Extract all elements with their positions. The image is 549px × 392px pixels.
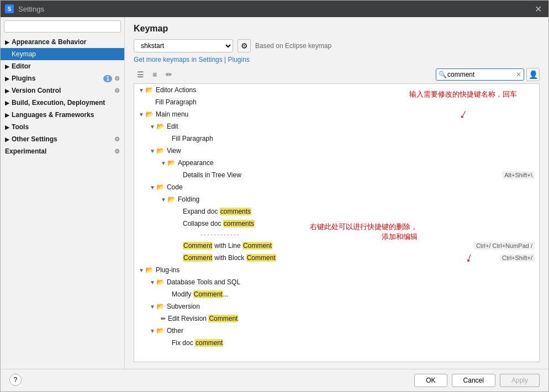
- toggle-icon[interactable]: ▼: [161, 160, 166, 166]
- main-panel: Keymap shkstart ⚙ Based on Eclipse keyma…: [125, 17, 548, 369]
- row-label: Main menu: [156, 110, 188, 118]
- toggle-icon[interactable]: ▼: [150, 148, 155, 154]
- sidebar-item-appearance[interactable]: ▶ Appearance & Behavior: [1, 36, 124, 48]
- toggle-icon[interactable]: ▼: [150, 124, 155, 130]
- folder-icon: 📂: [145, 110, 154, 118]
- toggle-icon[interactable]: ▼: [139, 112, 144, 118]
- row-label: Folding: [178, 195, 199, 203]
- plugins-settings-icon: ⚙: [114, 75, 120, 82]
- expand-icon: ▶: [5, 76, 9, 82]
- folder-icon: 📂: [156, 183, 165, 191]
- sidebar-item-label: Languages & Frameworks: [12, 111, 94, 119]
- tree-row[interactable]: ▼ 📂 Edit: [134, 120, 539, 133]
- title-bar: S Settings ✕: [1, 1, 548, 17]
- row-label: Database Tools and SQL: [167, 278, 240, 286]
- tree-row[interactable]: ▼ 📂 Appearance: [134, 157, 539, 169]
- ok-button[interactable]: OK: [414, 374, 447, 387]
- row-label: Details in Tree View: [183, 171, 241, 179]
- filter-container: 🔍 ✕: [436, 68, 524, 81]
- tree-row[interactable]: ▼ 📂 Editor Actions: [134, 84, 539, 96]
- row-label: Modify Comment...: [172, 290, 229, 298]
- collapse-all-button[interactable]: ≡: [148, 68, 161, 81]
- sidebar-items: ▶ Appearance & Behavior Keymap ▶ Editor …: [1, 36, 124, 369]
- tree-row[interactable]: Comment with Line Comment Ctrl+/ Ctrl+Nu…: [134, 240, 539, 252]
- folder-icon: 📂: [167, 159, 176, 167]
- toggle-icon[interactable]: ▼: [139, 267, 144, 273]
- folder-icon: 📂: [156, 147, 165, 155]
- keymap-selector-row: shkstart ⚙ Based on Eclipse keymap: [134, 39, 540, 52]
- sidebar-item-languages[interactable]: ▶ Languages & Frameworks: [1, 109, 124, 121]
- expand-icon: ▶: [5, 112, 9, 118]
- find-avatar-button[interactable]: 👤: [526, 68, 540, 81]
- edit-button[interactable]: ✏: [162, 68, 176, 81]
- folder-icon: 📂: [145, 86, 154, 94]
- tree-row[interactable]: Expand doc comments: [134, 205, 539, 218]
- tree-row[interactable]: ▼ 📂 View: [134, 145, 539, 157]
- experimental-icon: ⚙: [114, 148, 120, 155]
- tree-row[interactable]: Fill Paragraph: [134, 133, 539, 145]
- settings-dialog: S Settings ✕ ▶ Appearance & Behavior Key…: [0, 0, 549, 392]
- tree-row[interactable]: Fill Paragraph: [134, 96, 539, 108]
- sidebar-item-label: Tools: [12, 123, 29, 131]
- filter-input[interactable]: [436, 68, 524, 81]
- get-more-keymaps-link[interactable]: Get more keymaps in Settings | Plugins: [134, 56, 250, 63]
- row-label: Expand doc comments: [183, 208, 251, 215]
- row-label: View: [167, 147, 181, 155]
- keymap-gear-button[interactable]: ⚙: [237, 39, 251, 52]
- pencil-icon: ✏: [161, 315, 166, 322]
- sidebar-item-plugins[interactable]: ▶ Plugins 1 ⚙: [1, 72, 124, 84]
- toggle-icon[interactable]: ▼: [150, 328, 155, 334]
- keymap-tree[interactable]: ▼ 📂 Editor Actions Fill Paragraph ▼ 📂 Ma…: [134, 83, 540, 362]
- tree-row[interactable]: ▼ 📂 Other: [134, 325, 539, 337]
- sidebar-item-keymap[interactable]: Keymap: [1, 48, 124, 60]
- tree-row[interactable]: ▼ 📂 Subversion: [134, 300, 539, 312]
- toggle-icon[interactable]: ▼: [139, 87, 144, 93]
- help-button[interactable]: ?: [9, 374, 22, 386]
- sidebar-search-input[interactable]: [4, 20, 121, 33]
- sidebar-item-build[interactable]: ▶ Build, Execution, Deployment: [1, 97, 124, 109]
- sidebar-item-version-control[interactable]: ▶ Version Control ⚙: [1, 84, 124, 97]
- tree-row[interactable]: ▼ 📂 Code: [134, 181, 539, 193]
- other-settings-icon: ⚙: [114, 136, 120, 143]
- row-label: Comment with Line Comment: [183, 242, 272, 250]
- tree-row[interactable]: ✏ Edit Revision Comment: [134, 312, 539, 325]
- tree-row[interactable]: Collapse doc comments: [134, 218, 539, 230]
- filter-clear-button[interactable]: ✕: [516, 71, 521, 78]
- tree-row[interactable]: Fix doc comment: [134, 337, 539, 349]
- sidebar-item-label: Appearance & Behavior: [12, 38, 86, 46]
- folder-icon: 📂: [156, 123, 165, 130]
- row-label: Collapse doc comments: [183, 220, 255, 227]
- tree-row[interactable]: Comment with Block Comment Ctrl+Shift+/: [134, 252, 539, 264]
- tree-row[interactable]: ▼ 📂 Database Tools and SQL: [134, 276, 539, 288]
- sidebar-item-tools[interactable]: ▶ Tools: [1, 121, 124, 133]
- sidebar-item-label: Version Control: [12, 87, 61, 94]
- toggle-icon[interactable]: ▼: [161, 197, 166, 203]
- plugins-badge: 1: [103, 75, 112, 82]
- sidebar-item-experimental[interactable]: Experimental ⚙: [1, 145, 124, 157]
- apply-button[interactable]: Apply: [500, 374, 540, 387]
- tree-row[interactable]: ▼ 📂 Main menu: [134, 108, 539, 120]
- expand-icon: ▶: [5, 39, 9, 45]
- toggle-icon[interactable]: ▼: [150, 304, 155, 310]
- sidebar-item-editor[interactable]: ▶ Editor: [1, 60, 124, 72]
- toggle-icon[interactable]: ▼: [150, 184, 155, 190]
- tree-row[interactable]: Modify Comment...: [134, 288, 539, 300]
- keymap-select[interactable]: shkstart: [134, 39, 233, 52]
- close-button[interactable]: ✕: [532, 4, 544, 14]
- tree-row[interactable]: ▼ 📂 Folding: [134, 193, 539, 205]
- sidebar-item-label: Keymap: [12, 50, 36, 58]
- version-control-icon: ⚙: [114, 87, 120, 94]
- row-label: Code: [167, 183, 183, 191]
- folder-icon: 📂: [156, 278, 165, 286]
- highlight: Comment: [208, 315, 238, 322]
- sidebar-item-label: Other Settings: [12, 135, 57, 143]
- cancel-button[interactable]: Cancel: [452, 374, 495, 387]
- toolbar: ☰ ≡ ✏ 🔍 ✕ 👤: [134, 68, 540, 81]
- toggle-icon[interactable]: ▼: [150, 279, 155, 285]
- tree-row[interactable]: Details in Tree View Alt+Shift+\: [134, 169, 539, 181]
- folder-icon: 📂: [167, 195, 176, 203]
- expand-all-button[interactable]: ☰: [134, 68, 147, 81]
- content-area: ▶ Appearance & Behavior Keymap ▶ Editor …: [1, 17, 548, 369]
- tree-row[interactable]: ▼ 📂 Plug-ins: [134, 264, 539, 276]
- sidebar-item-other-settings[interactable]: ▶ Other Settings ⚙: [1, 133, 124, 145]
